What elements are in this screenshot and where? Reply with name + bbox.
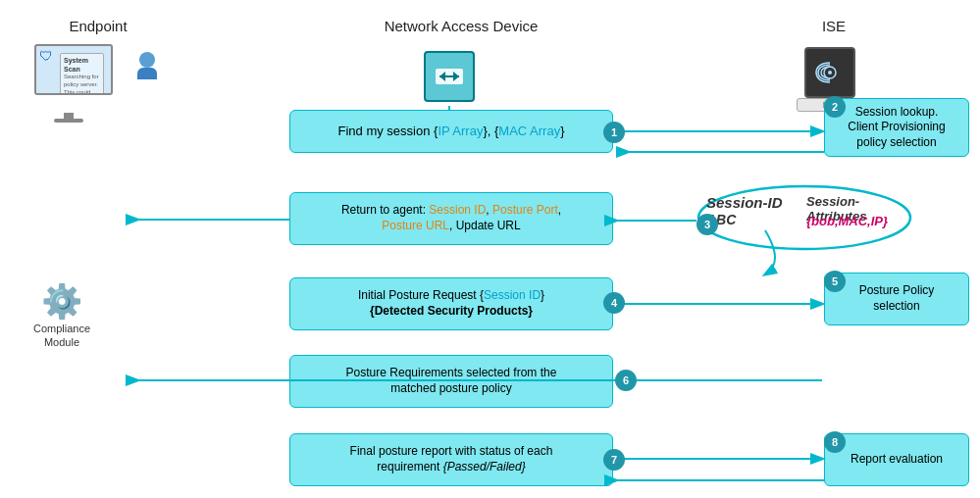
nad-header: Network Access Device (363, 18, 559, 34)
step4-text: Initial Posture Request {Session ID}{Det… (358, 288, 544, 319)
svg-point-5 (828, 71, 832, 75)
svg-point-16 (615, 370, 637, 391)
svg-text:6: 6 (623, 374, 629, 386)
step5-badge: 5 (824, 271, 846, 292)
session-id-label: Session-ID (706, 194, 783, 211)
user-figure (137, 52, 157, 79)
step1-badge: 1 (603, 122, 625, 143)
nad-icon (424, 51, 475, 102)
step6-text: Posture Requirements selected from thema… (346, 366, 557, 396)
compliance-module-label: ComplianceModule (18, 322, 106, 350)
diagram-container: Endpoint Network Access Device ISE 🛡 Sys… (0, 0, 980, 498)
step5-text: Posture Policyselection (859, 283, 935, 314)
step7-badge: 7 (603, 449, 625, 471)
step3-text: Return to agent: Session ID, Posture Por… (341, 203, 561, 233)
step2-box: Session lookup.Client Provisioningpolicy… (824, 98, 969, 157)
step4-box: Initial Posture Request {Session ID}{Det… (289, 277, 613, 330)
step3-badge: 3 (696, 214, 718, 235)
monitor-scan-text: System Scan Searching for policy server.… (60, 53, 104, 95)
ise-icon (804, 47, 855, 98)
step8-text: Report evaluation (851, 452, 943, 468)
ise-header: ISE (785, 18, 883, 34)
step1-text: Find my session {IP Array}, {MAC Array} (338, 124, 565, 140)
endpoint-header: Endpoint (29, 18, 167, 34)
step6-box: Posture Requirements selected from thema… (289, 355, 613, 408)
monitor-screen: 🛡 System Scan Searching for policy serve… (34, 44, 113, 95)
step3-box: Return to agent: Session ID, Posture Por… (289, 192, 613, 245)
step7-box: Final posture report with status of each… (289, 433, 613, 486)
monitor-base (54, 119, 83, 123)
step8-badge: 8 (824, 431, 846, 453)
step2-text: Session lookup.Client Provisioningpolicy… (848, 105, 945, 151)
endpoint-icon-area: 🛡 System Scan Searching for policy serve… (29, 44, 157, 123)
step7-text: Final posture report with status of each… (350, 444, 553, 474)
compliance-module-area: ⚙️ ComplianceModule (18, 284, 106, 350)
step4-badge: 4 (603, 292, 625, 314)
step2-badge: 2 (824, 96, 846, 118)
gear-icon: ⚙️ (18, 284, 106, 318)
step8-box: Report evaluation (824, 433, 969, 486)
session-oval-area: Session-ID ABC Session-Attributes {bob,M… (696, 184, 912, 251)
session-attrs-value: {bob,MAC,IP} (806, 214, 888, 228)
step1-box: Find my session {IP Array}, {MAC Array} (289, 110, 613, 153)
step5-box: Posture Policyselection (824, 273, 969, 325)
